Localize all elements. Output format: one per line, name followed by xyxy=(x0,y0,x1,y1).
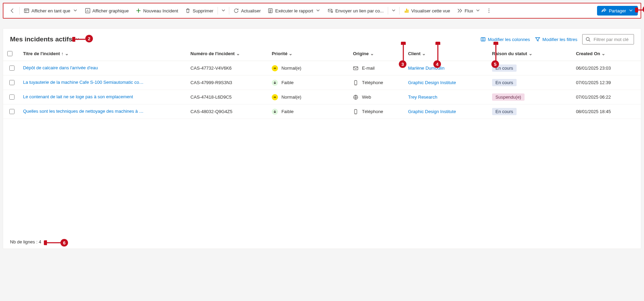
powerbi-view-label: Visualiser cette vue xyxy=(411,8,450,13)
email-link-label: Envoyer un lien par co... xyxy=(335,8,384,13)
column-header-status-reason[interactable]: Raison du statut⌄ xyxy=(489,47,573,61)
created-on: 06/01/2025 23:03 xyxy=(573,61,641,76)
row-checkbox[interactable] xyxy=(9,94,15,100)
show-chart-label: Afficher graphique xyxy=(93,8,129,13)
priority-label: Normal(e) xyxy=(281,66,301,71)
incident-title-link[interactable]: Quelles sont les techniques de nettoyage… xyxy=(23,109,146,114)
command-bar: Afficher en tant que Afficher graphique … xyxy=(3,3,641,19)
refresh-icon xyxy=(233,8,239,13)
origin-label: Web xyxy=(362,94,371,100)
edit-columns-button[interactable]: Modifier les colonnes xyxy=(480,37,530,42)
select-all-checkbox[interactable] xyxy=(7,51,12,56)
run-report-button[interactable]: Exécuter le rapport xyxy=(264,3,324,18)
powerbi-icon xyxy=(404,8,409,13)
incident-number: CAS-48032-Q9G4Z5 xyxy=(188,104,269,119)
created-on: 07/01/2025 06:22 xyxy=(573,90,641,104)
svg-rect-5 xyxy=(405,11,406,13)
flow-label: Flux xyxy=(465,8,473,13)
refresh-button[interactable]: Actualiser xyxy=(230,3,264,18)
email-icon xyxy=(353,66,358,71)
columns-icon xyxy=(480,37,486,42)
chevron-down-icon: ⌄ xyxy=(370,51,374,56)
client-link[interactable]: Trey Research xyxy=(408,94,438,100)
client-link[interactable]: Graphic Design Institute xyxy=(408,80,456,85)
flow-icon xyxy=(457,8,463,13)
keyword-filter-box[interactable] xyxy=(582,34,634,44)
callout-5: 5 xyxy=(491,60,499,68)
delete-button[interactable]: Supprimer xyxy=(182,3,217,18)
incident-number: CAS-47418-L6D9C5 xyxy=(188,90,269,104)
chevron-down-icon: ⌄ xyxy=(289,51,292,56)
column-header-origin[interactable]: Origine⌄ xyxy=(350,47,405,61)
trash-icon xyxy=(185,8,191,13)
chart-icon xyxy=(85,8,90,13)
incident-title-link[interactable]: Le contenant de lait ne se loge pas à so… xyxy=(23,94,133,99)
flow-button[interactable]: Flux xyxy=(454,3,484,18)
chevron-down-icon xyxy=(73,8,78,13)
back-button[interactable] xyxy=(6,3,19,18)
svg-rect-7 xyxy=(407,10,408,13)
share-label: Partager xyxy=(609,8,626,13)
show-as-button[interactable]: Afficher en tant que xyxy=(20,3,81,18)
svg-point-9 xyxy=(489,10,489,11)
email-link-button[interactable]: Envoyer un lien par co... xyxy=(324,3,387,18)
column-header-number[interactable]: Numéro de l'incident⌄ xyxy=(188,47,269,61)
column-header-created-on[interactable]: Created On⌄ xyxy=(573,47,641,61)
refresh-label: Actualiser xyxy=(241,8,261,13)
chevron-down-icon xyxy=(221,8,226,13)
view-panel: Mes incidents actifs 2 Modifier les colo… xyxy=(3,28,641,249)
column-header-client[interactable]: Client⌄ xyxy=(405,47,489,61)
origin-label: Téléphone xyxy=(362,109,383,114)
share-button[interactable]: Partager xyxy=(597,6,638,16)
row-checkbox[interactable] xyxy=(9,109,15,114)
callout-2: 2 xyxy=(85,35,93,42)
filter-icon xyxy=(535,37,540,42)
priority-normal-icon xyxy=(272,94,278,100)
chevron-down-icon xyxy=(392,8,396,13)
mail-link-icon xyxy=(328,8,333,13)
email-link-dropdown[interactable] xyxy=(389,3,398,18)
run-report-label: Exécuter le rapport xyxy=(275,8,313,13)
new-incident-button[interactable]: Nouveau Incident xyxy=(132,3,182,18)
row-checkbox[interactable] xyxy=(9,66,15,71)
incident-title-link[interactable]: La tuyauterie de la machine Cafe S-100 S… xyxy=(23,80,146,85)
priority-normal-icon xyxy=(272,65,278,71)
table-row[interactable]: Le contenant de lait ne se loge pas à so… xyxy=(3,90,641,104)
svg-point-16 xyxy=(586,38,589,41)
chevron-down-icon: ⌄ xyxy=(529,51,532,56)
priority-low-icon xyxy=(272,80,278,86)
incident-number: CAS-47732-V4V6K6 xyxy=(188,61,269,76)
priority-label: Faible xyxy=(281,80,294,85)
created-on: 08/01/2025 18:45 xyxy=(573,104,641,119)
edit-filters-button[interactable]: Modifier les filtres xyxy=(535,37,577,42)
more-commands-button[interactable] xyxy=(484,3,494,18)
client-link[interactable]: Graphic Design Institute xyxy=(408,109,456,114)
incident-title-link[interactable]: Dépôt de calcaire dans l'arrivée d'eau xyxy=(23,65,98,70)
table-row[interactable]: La tuyauterie de la machine Cafe S-100 S… xyxy=(3,76,641,90)
table-row[interactable]: Dépôt de calcaire dans l'arrivée d'eauCA… xyxy=(3,61,641,76)
incident-number: CAS-47999-R9S3N3 xyxy=(188,76,269,90)
column-header-title[interactable]: Titre de l'incident↑⌄ xyxy=(20,47,188,61)
incidents-grid: Titre de l'incident↑⌄ Numéro de l'incide… xyxy=(3,47,641,119)
view-title-text: Mes incidents actifs xyxy=(10,36,73,43)
svg-rect-6 xyxy=(406,9,407,13)
arrow-left-icon xyxy=(10,8,15,13)
powerbi-view-button[interactable]: Visualiser cette vue xyxy=(400,3,454,18)
chevron-down-icon xyxy=(316,8,321,13)
callout-3: 3 xyxy=(399,60,406,68)
row-checkbox[interactable] xyxy=(9,80,15,85)
phone-icon xyxy=(353,109,358,114)
view-selector[interactable]: Mes incidents actifs xyxy=(10,36,80,43)
column-header-priority[interactable]: Priorité⌄ xyxy=(269,47,350,61)
svg-rect-0 xyxy=(25,9,29,13)
edit-columns-label: Modifier les colonnes xyxy=(488,37,530,42)
priority-label: Normal(e) xyxy=(281,94,301,100)
chevron-down-icon: ⌄ xyxy=(602,51,605,56)
show-chart-button[interactable]: Afficher graphique xyxy=(81,3,132,18)
table-row[interactable]: Quelles sont les techniques de nettoyage… xyxy=(3,104,641,119)
keyword-filter-input[interactable] xyxy=(593,37,631,42)
delete-dropdown[interactable] xyxy=(219,3,228,18)
web-icon xyxy=(353,94,358,100)
delete-label: Supprimer xyxy=(193,8,213,13)
callout-4: 4 xyxy=(433,60,441,68)
